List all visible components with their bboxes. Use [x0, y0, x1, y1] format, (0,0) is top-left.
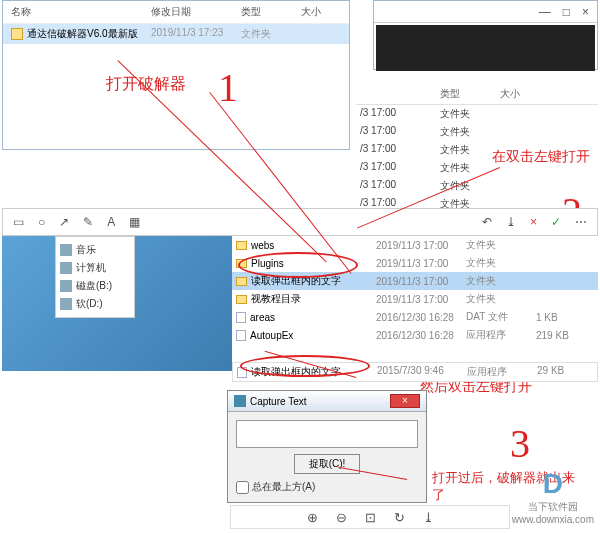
- dark-content: [376, 25, 595, 71]
- file-type: 文件夹: [241, 27, 301, 41]
- circle-icon[interactable]: ○: [38, 215, 45, 229]
- maximize-icon[interactable]: □: [563, 5, 570, 19]
- window-controls: — □ ×: [374, 1, 597, 23]
- viewer-toolbar: ⊕ ⊖ ⊡ ↻ ⤓: [230, 505, 510, 529]
- dialog-titlebar[interactable]: Capture Text ×: [228, 391, 426, 412]
- col-type[interactable]: 类型: [241, 5, 301, 19]
- logo-icon: D: [512, 468, 594, 500]
- disk-icon: [60, 280, 72, 292]
- undo-icon[interactable]: ↶: [482, 215, 492, 229]
- app-icon: [234, 395, 246, 407]
- col-size[interactable]: 大小: [500, 87, 560, 101]
- folder-icon: [236, 241, 247, 250]
- sidebar-item-disk-d[interactable]: 软(D:): [60, 295, 130, 313]
- close-icon[interactable]: ×: [582, 5, 589, 19]
- zoom-in-icon[interactable]: ⊕: [307, 510, 318, 525]
- explorer-sidebar: 音乐 计算机 磁盘(B:) 软(D:): [55, 236, 135, 318]
- arrow-icon[interactable]: ↗: [59, 215, 69, 229]
- folder-icon: [11, 28, 23, 40]
- step-number-1: 1: [218, 64, 238, 111]
- always-on-top-checkbox[interactable]: 总在最上方(A): [236, 480, 418, 494]
- file-row[interactable]: 视教程目录2019/11/3 17:00文件夹: [232, 290, 598, 308]
- annotation-1: 打开破解器: [106, 74, 186, 95]
- text-icon[interactable]: A: [107, 215, 115, 229]
- watermark: D 当下软件园 www.downxia.com: [512, 468, 594, 525]
- red-circle-2: [240, 355, 370, 377]
- more-icon[interactable]: ⋯: [575, 215, 587, 229]
- cancel-icon[interactable]: ×: [530, 215, 537, 229]
- top-right-window: — □ ×: [373, 0, 598, 70]
- step-number-3: 3: [510, 420, 530, 467]
- pen-icon[interactable]: ✎: [83, 215, 93, 229]
- red-circle-1: [238, 252, 358, 278]
- file-date: 2019/11/3 17:23: [151, 27, 241, 41]
- save-icon[interactable]: ⤓: [423, 510, 434, 525]
- folder-icon: [236, 277, 247, 286]
- sidebar-item-computer[interactable]: 计算机: [60, 259, 130, 277]
- col-name[interactable]: 名称: [11, 5, 151, 19]
- blur-icon[interactable]: ▦: [129, 215, 140, 229]
- file-row[interactable]: areas2016/12/30 16:28DAT 文件1 KB: [232, 308, 598, 326]
- close-button[interactable]: ×: [390, 394, 420, 408]
- rotate-icon[interactable]: ↻: [394, 510, 405, 525]
- minimize-icon[interactable]: —: [539, 5, 551, 19]
- computer-icon: [60, 262, 72, 274]
- brand-name: 当下软件园: [512, 500, 594, 514]
- file-row[interactable]: AutoupEx2016/12/30 16:28应用程序219 KB: [232, 326, 598, 344]
- brand-url: www.downxia.com: [512, 514, 594, 525]
- file-row-selected[interactable]: 通达信破解器V6.0最新版 2019/11/3 17:23 文件夹: [3, 24, 349, 44]
- list-item[interactable]: /3 17:00文件夹: [356, 159, 598, 177]
- rect-icon[interactable]: ▭: [13, 215, 24, 229]
- confirm-icon[interactable]: ✓: [551, 215, 561, 229]
- col-size[interactable]: 大小: [301, 5, 341, 19]
- column-headers: 名称 修改日期 类型 大小: [3, 1, 349, 24]
- text-output-field[interactable]: [236, 420, 418, 448]
- sidebar-item-music[interactable]: 音乐: [60, 241, 130, 259]
- col-date[interactable]: 修改日期: [151, 5, 241, 19]
- zoom-out-icon[interactable]: ⊖: [336, 510, 347, 525]
- sidebar-item-disk-b[interactable]: 磁盘(B:): [60, 277, 130, 295]
- col-type[interactable]: 类型: [440, 87, 500, 101]
- column-headers: 类型 大小: [356, 84, 598, 105]
- list-item[interactable]: /3 17:00文件夹: [356, 123, 598, 141]
- disk-icon: [60, 298, 72, 310]
- list-item[interactable]: /3 17:00文件夹: [356, 105, 598, 123]
- list-item[interactable]: /3 17:00文件夹: [356, 177, 598, 195]
- dialog-title: Capture Text: [250, 396, 307, 407]
- capture-text-dialog: Capture Text × 捉取(C)! 总在最上方(A): [227, 390, 427, 503]
- download-icon[interactable]: ⤓: [506, 215, 516, 229]
- fit-icon[interactable]: ⊡: [365, 510, 376, 525]
- capture-button[interactable]: 捉取(C)!: [294, 454, 361, 474]
- folder-icon: [236, 295, 247, 304]
- file-name: 通达信破解器V6.0最新版: [27, 27, 138, 41]
- music-icon: [60, 244, 72, 256]
- file-icon: [236, 312, 246, 323]
- screenshot-toolbar: ▭ ○ ↗ ✎ A ▦ ↶ ⤓ × ✓ ⋯: [2, 208, 598, 236]
- file-icon: [236, 330, 246, 341]
- list-item[interactable]: /3 17:00文件夹: [356, 141, 598, 159]
